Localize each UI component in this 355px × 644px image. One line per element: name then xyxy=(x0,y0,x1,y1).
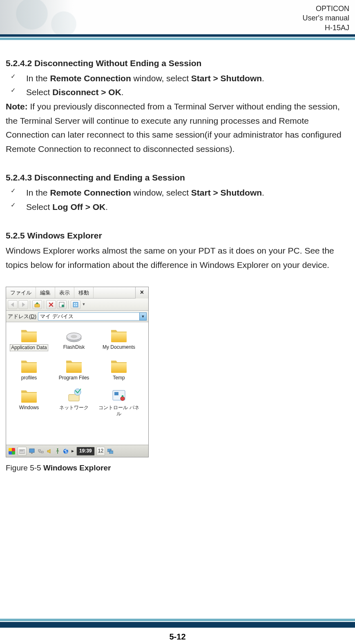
item-network[interactable]: ネットワーク xyxy=(54,387,94,417)
item-application-data[interactable]: Application Data xyxy=(9,326,49,351)
note-block: Note: If you previously disconnected fro… xyxy=(6,100,349,156)
tray-arrow-icon[interactable]: ▸ xyxy=(71,447,75,456)
svg-rect-3 xyxy=(73,302,78,307)
svg-rect-2 xyxy=(62,305,64,307)
folder-icon xyxy=(9,326,49,344)
tray-desktop-icon[interactable] xyxy=(107,447,114,456)
svg-rect-6 xyxy=(74,305,75,306)
svg-rect-5 xyxy=(76,303,77,304)
svg-rect-4 xyxy=(74,303,75,304)
folder-icon xyxy=(98,326,139,344)
tray-bluetooth-icon[interactable] xyxy=(63,447,69,456)
toolbar: ▼ xyxy=(6,299,148,311)
disk-icon xyxy=(54,326,94,344)
menu-go[interactable]: 移動 xyxy=(74,287,94,298)
svg-point-15 xyxy=(121,397,125,401)
item-my-documents[interactable]: My Documents xyxy=(98,326,139,351)
menubar: ファイル 編集 表示 移動 × xyxy=(6,287,148,299)
svg-rect-18 xyxy=(20,450,21,451)
section-5-2-5-heading: 5.2.5 Windows Explorer xyxy=(6,229,349,243)
section-5-2-4-2-heading: 5.2.4.2 Disconnecting Without Ending a S… xyxy=(6,56,349,71)
windows-explorer-screenshot: ファイル 編集 表示 移動 × ▼ アドレス(D) マイ デバイス ▼ xyxy=(6,287,149,457)
item-profiles[interactable]: profiles xyxy=(9,357,49,381)
taskbar-date[interactable]: 12 xyxy=(96,447,105,456)
section-title: Disconnecting and Ending a Session xyxy=(34,173,185,182)
page-content: 5.2.4.2 Disconnecting Without Ending a S… xyxy=(0,37,355,475)
svg-rect-14 xyxy=(114,392,118,395)
svg-rect-7 xyxy=(76,305,77,306)
page-footer-band xyxy=(0,622,355,628)
figure-caption: Figure 5-5 Windows Explorer xyxy=(6,461,349,474)
list-item: In the Remote Connection window, select … xyxy=(6,71,349,86)
model: H-15AJ xyxy=(303,23,349,33)
file-area[interactable]: Application Data FlashDisk My Documents xyxy=(6,322,148,445)
folder-icon xyxy=(9,387,49,405)
section-number: 5.2.4.3 xyxy=(6,173,32,182)
section-title: Windows Explorer xyxy=(27,231,102,240)
section-paragraph: Windows Explorer works almost the same o… xyxy=(6,244,349,272)
list-item: In the Remote Connection window, select … xyxy=(6,186,349,200)
folder-icon xyxy=(9,357,49,375)
svg-rect-19 xyxy=(21,450,22,451)
header-texture xyxy=(0,0,106,34)
list-item: Select Log Off > OK. xyxy=(6,200,349,214)
network-icon xyxy=(54,387,94,405)
item-program-files[interactable]: Program Files xyxy=(54,357,94,381)
svg-rect-28 xyxy=(109,451,113,454)
view-dropdown-icon[interactable]: ▼ xyxy=(81,301,86,308)
folder-icon xyxy=(54,357,94,375)
view-button[interactable] xyxy=(71,300,80,309)
svg-rect-22 xyxy=(31,453,33,454)
close-button[interactable]: × xyxy=(135,287,148,299)
item-windows[interactable]: Windows xyxy=(9,387,49,417)
tray-monitor-icon[interactable] xyxy=(28,447,36,456)
page-header: OPTICON User's manual H-15AJ xyxy=(0,0,355,37)
header-labels: OPTICON User's manual H-15AJ xyxy=(303,4,349,33)
address-label: アドレス(D) xyxy=(8,312,36,321)
doc-type: User's manual xyxy=(303,13,349,23)
item-control-panel[interactable]: コントロール パネル xyxy=(98,387,139,417)
taskbar: ▸ 19:39 12 xyxy=(6,445,148,457)
svg-rect-20 xyxy=(22,450,23,451)
tray-network-icon[interactable] xyxy=(37,447,45,456)
taskbar-clock[interactable]: 19:39 xyxy=(76,447,95,456)
svg-rect-17 xyxy=(19,450,25,453)
note-text: If you previously disconnected from a Te… xyxy=(6,102,342,154)
back-button[interactable] xyxy=(8,300,18,309)
address-dropdown-icon[interactable]: ▼ xyxy=(139,312,147,321)
properties-button[interactable] xyxy=(57,300,67,309)
up-button[interactable] xyxy=(32,300,42,309)
svg-rect-23 xyxy=(38,450,40,451)
note-label: Note: xyxy=(6,102,28,111)
page-number: 5-12 xyxy=(0,632,355,642)
windows-logo-icon xyxy=(9,448,15,455)
control-panel-icon xyxy=(98,387,139,405)
address-field[interactable]: マイ デバイス xyxy=(38,312,139,321)
menu-edit[interactable]: 編集 xyxy=(36,287,55,298)
menu-view[interactable]: 表示 xyxy=(55,287,74,298)
item-temp[interactable]: Temp xyxy=(98,357,139,381)
tray-volume-icon[interactable] xyxy=(46,447,53,456)
svg-rect-0 xyxy=(35,304,40,307)
tray-keyboard-icon[interactable] xyxy=(18,447,27,456)
address-bar: アドレス(D) マイ デバイス ▼ xyxy=(6,311,148,322)
svg-rect-21 xyxy=(29,449,34,452)
svg-point-10 xyxy=(71,335,77,338)
list-item: Select Disconnect > OK. xyxy=(6,85,349,100)
section-title: Disconnecting Without Ending a Session xyxy=(34,58,201,68)
svg-rect-24 xyxy=(41,451,43,453)
section-number: 5.2.5 xyxy=(6,231,25,240)
svg-rect-16 xyxy=(122,395,123,397)
svg-point-25 xyxy=(57,448,58,450)
delete-button[interactable] xyxy=(46,300,56,309)
start-button[interactable] xyxy=(8,447,16,456)
forward-button[interactable] xyxy=(18,300,28,309)
item-flashdisk[interactable]: FlashDisk xyxy=(54,326,94,351)
menu-file[interactable]: ファイル xyxy=(6,287,36,298)
section-5-2-4-3-heading: 5.2.4.3 Disconnecting and Ending a Sessi… xyxy=(6,171,349,185)
folder-icon xyxy=(98,357,139,375)
brand: OPTICON xyxy=(303,4,349,13)
section-number: 5.2.4.2 xyxy=(6,58,32,68)
tray-usb-icon[interactable] xyxy=(54,447,61,456)
